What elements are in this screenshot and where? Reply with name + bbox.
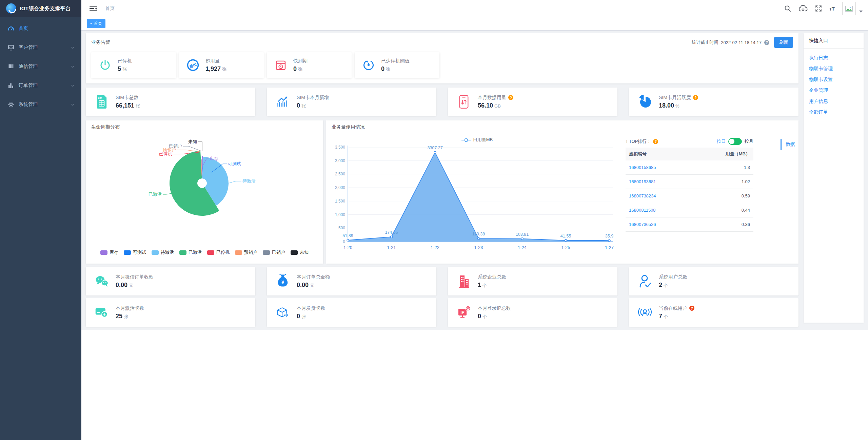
- alarm-card-expiring: 快到期 0张: [267, 52, 352, 78]
- app-logo-icon: [6, 3, 16, 14]
- svg-text:103.81: 103.81: [516, 232, 529, 237]
- expiring-calendar-icon: [274, 58, 288, 72]
- alarm-stat-time: 统计截止时间 2022-02-11 18:14:17 ? 刷新: [692, 37, 793, 48]
- msisdn-link[interactable]: 16800736526: [626, 217, 692, 232]
- legend-swatch: [124, 250, 131, 255]
- sidebar-item-communication[interactable]: 通信管理: [0, 57, 81, 76]
- help-icon[interactable]: ?: [508, 95, 513, 100]
- svg-text:1-25: 1-25: [561, 245, 570, 250]
- legend-swatch: [179, 250, 186, 255]
- usage-value: 0.44: [692, 203, 753, 217]
- legend-item[interactable]: 可测试: [124, 249, 146, 255]
- svg-text:1,000: 1,000: [335, 212, 345, 217]
- legend-item[interactable]: 已停机: [207, 249, 230, 255]
- svg-text:库存: 库存: [210, 156, 218, 161]
- cloud-download-icon[interactable]: [798, 5, 808, 12]
- svg-text:1-20: 1-20: [343, 245, 352, 250]
- trend-up-icon: [276, 95, 290, 109]
- building-icon: [457, 274, 471, 288]
- svg-text:1-21: 1-21: [387, 245, 396, 250]
- bottom-stats-row-2: 本月激活卡数 25张 本月发货卡数 0张: [86, 298, 798, 327]
- search-icon[interactable]: [784, 5, 791, 12]
- lifecycle-pie-chart[interactable]: 库存可测试待激活已激活已停机预销户已销户未知: [86, 134, 323, 246]
- top-ranking-title: ↑ TOP排行： ?: [626, 138, 658, 145]
- table-row: 16800158685 1.3: [626, 160, 753, 175]
- font-size-icon[interactable]: TT: [829, 6, 835, 12]
- msisdn-link[interactable]: 16800158685: [626, 160, 692, 175]
- svg-text:未知: 未知: [188, 139, 197, 144]
- quick-link-exec-log[interactable]: 执行日志: [809, 53, 858, 63]
- tab-active-dot: ●: [90, 22, 92, 25]
- stat-card-online-users: 当前在线用户 ? 7个: [629, 298, 798, 327]
- svg-text:已激活: 已激活: [149, 192, 162, 197]
- sidebar-item-orders[interactable]: 订单管理: [0, 76, 81, 95]
- quick-link-user-info[interactable]: 用户信息: [809, 96, 858, 107]
- sidebar-item-label: 订单管理: [19, 82, 71, 89]
- fullscreen-icon[interactable]: [815, 5, 822, 12]
- stat-time-label: 统计截止时间: [692, 39, 718, 45]
- svg-text:0: 0: [343, 239, 345, 244]
- svg-text:174.56: 174.56: [385, 230, 398, 235]
- stat-card-value: 0.00: [297, 282, 309, 288]
- sidebar-item-system[interactable]: 系统管理: [0, 95, 81, 114]
- alarm-card-label: 超用量: [205, 58, 226, 64]
- stat-card-sim-new: SIM卡本月新增 0张: [267, 88, 436, 116]
- toggle-label-by-day[interactable]: 按日: [717, 138, 726, 145]
- svg-text:41.55: 41.55: [560, 234, 571, 238]
- stat-card-label: 本月登录IP总数: [478, 305, 511, 311]
- sidebar-item-home[interactable]: 首页: [0, 19, 81, 38]
- help-icon[interactable]: ?: [764, 40, 769, 45]
- stat-card-unit: GB: [494, 103, 501, 109]
- tab-home[interactable]: ● 首页: [87, 19, 105, 28]
- usage-value: 1.02: [692, 175, 753, 189]
- svg-text:35.9: 35.9: [605, 234, 613, 238]
- msisdn-link[interactable]: 16800193681: [626, 175, 692, 189]
- msisdn-link[interactable]: 16800738234: [626, 189, 692, 203]
- customer-monitor-icon: [8, 45, 14, 51]
- sidebar-toggle-icon[interactable]: [87, 3, 100, 14]
- svg-text:1-24: 1-24: [518, 245, 527, 250]
- phone-data-icon: [457, 94, 471, 110]
- help-icon[interactable]: ?: [653, 139, 658, 144]
- refresh-button[interactable]: 刷新: [774, 37, 793, 48]
- legend-item[interactable]: 已激活: [179, 249, 202, 255]
- legend-item[interactable]: 未知: [291, 249, 309, 255]
- table-row: 16800736526 0.36: [626, 217, 753, 232]
- stat-card-label: 本月数据用量 ?: [478, 95, 513, 101]
- avatar[interactable]: [842, 2, 856, 15]
- help-icon[interactable]: ?: [689, 306, 694, 311]
- dashboard-content: 业务告警 统计截止时间 2022-02-11 18:14:17 ? 刷新: [81, 31, 868, 330]
- quick-link-iot-card-settings[interactable]: 物联卡设置: [809, 74, 858, 85]
- sidebar-item-label: 系统管理: [19, 101, 71, 108]
- stat-card-value: 18.00: [659, 102, 674, 109]
- breadcrumb[interactable]: 首页: [105, 5, 115, 12]
- stat-card-label: SIM卡总数: [116, 95, 140, 101]
- legend-item[interactable]: 库存: [100, 249, 118, 255]
- stat-card-order-amount: ¥ 本月订单总金额 0.00元: [267, 267, 436, 295]
- column-header-usage[interactable]: 用量（MB）: [692, 148, 753, 160]
- legend-item[interactable]: 待激活: [152, 249, 174, 255]
- tab-data[interactable]: 数据: [781, 139, 795, 150]
- alarm-panel: 业务告警 统计截止时间 2022-02-11 18:14:17 ? 刷新: [86, 33, 798, 83]
- sidebar-menu: 首页 客户管理 通信管理 订单管理: [0, 17, 81, 114]
- sidebar-item-customers[interactable]: 客户管理: [0, 38, 81, 57]
- legend-item[interactable]: 已销户: [263, 249, 285, 255]
- period-toggle[interactable]: [728, 138, 742, 145]
- stat-card-login-ip: IP 本月登录IP总数 0个: [448, 298, 617, 327]
- stat-card-activity-rate: SIM卡月活跃度 ? 18.00%: [629, 88, 798, 116]
- stat-time-value: 2022-02-11 18:14:17: [721, 40, 762, 45]
- caret-down-icon[interactable]: [859, 11, 863, 13]
- usage-area-chart[interactable]: 05001,0001,5002,0002,5003,0003,50051.891…: [333, 142, 621, 261]
- msisdn-link[interactable]: 16800811508: [626, 203, 692, 217]
- quick-link-iot-card-mgmt[interactable]: 物联卡管理: [809, 63, 858, 74]
- alarm-cards-row: 已停机 5张 超出 超用量 1,927张: [86, 52, 798, 83]
- stat-card-label: 当前在线用户 ?: [659, 305, 694, 311]
- help-icon[interactable]: ?: [693, 95, 698, 100]
- quick-link-all-orders[interactable]: 全部订单: [809, 107, 858, 118]
- online-user-icon: [638, 306, 652, 319]
- toggle-label-by-month[interactable]: 按月: [745, 138, 753, 145]
- column-header-msisdn[interactable]: 虚拟编号: [626, 148, 692, 160]
- legend-item[interactable]: 预销户: [235, 249, 257, 255]
- main-area: 首页 TT ● 首页: [81, 0, 868, 440]
- quick-link-enterprise-mgmt[interactable]: 企业管理: [809, 85, 858, 96]
